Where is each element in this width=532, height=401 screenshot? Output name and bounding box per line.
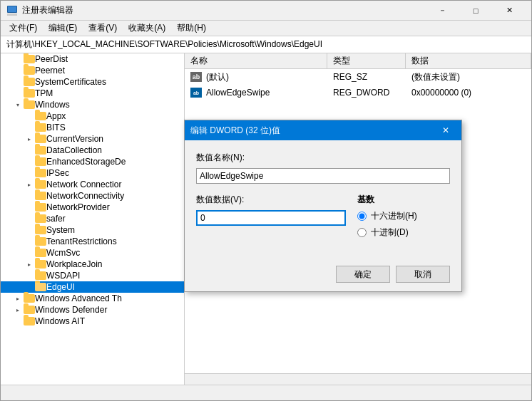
dialog-content: 数值名称(N): 数值数据(V): 基数 十六进制(H) 十进制(D)	[185, 140, 461, 266]
list-row[interactable]: ab (默认) REG_SZ (数值未设置)	[185, 69, 531, 85]
status-bar	[1, 385, 531, 400]
tree-label: Windows Defender	[35, 305, 107, 315]
expand-icon: ▾	[12, 102, 24, 108]
menu-file[interactable]: 文件(F)	[4, 21, 43, 36]
tree-label: EdgeUI	[46, 282, 75, 292]
close-button[interactable]: ✕	[493, 1, 526, 21]
dialog-close-button[interactable]: ✕	[436, 120, 456, 140]
dec-label: 十进制(D)	[371, 226, 409, 239]
title-bar: 注册表编辑器 － □ ✕	[1, 1, 531, 21]
folder-icon	[35, 135, 46, 143]
minimize-button[interactable]: －	[426, 1, 459, 21]
hex-radio[interactable]	[357, 212, 367, 221]
tree-item-systemcerts[interactable]: SystemCertificates	[1, 76, 184, 88]
tree-label: safer	[46, 214, 66, 224]
radix-section: 基数 十六进制(H) 十进制(D)	[357, 194, 450, 243]
tree-item-windows-ait[interactable]: Windows AIT	[1, 316, 184, 327]
folder-icon	[35, 203, 46, 212]
folder-icon	[35, 192, 46, 200]
tree-item-windows-defender[interactable]: ▸ Windows Defender	[1, 304, 184, 316]
expand-icon: ▸	[24, 136, 35, 142]
tree-item-tenant[interactable]: TenantRestrictions	[1, 236, 184, 247]
tree-item-peerdist[interactable]: PeerDist	[1, 53, 184, 65]
tree-label: Windows Advanced Th	[35, 293, 122, 303]
folder-icon	[35, 237, 46, 246]
name-label: 数值名称(N):	[196, 152, 450, 164]
tree-label: System	[46, 225, 75, 235]
folder-icon	[35, 157, 46, 166]
tree-item-datacollection[interactable]: DataCollection	[1, 145, 184, 156]
folder-icon	[35, 123, 46, 132]
cell-name: ab (默认)	[185, 70, 327, 85]
folder-icon	[35, 214, 46, 223]
address-text: 计算机\HKEY_LOCAL_MACHINE\SOFTWARE\Policies…	[6, 38, 322, 51]
tree-label: NetworkProvider	[46, 202, 110, 212]
tree-item-system[interactable]: System	[1, 224, 184, 236]
menu-favorites[interactable]: 收藏夹(A)	[123, 21, 171, 36]
tree-item-network-provider[interactable]: NetworkProvider	[1, 202, 184, 213]
tree-item-enhancedstorage[interactable]: EnhancedStorageDe	[1, 156, 184, 167]
tree-label: TenantRestrictions	[46, 236, 117, 246]
tree-item-appx[interactable]: Appx	[1, 110, 184, 122]
list-row[interactable]: ab AllowEdgeSwipe REG_DWORD 0x00000000 (…	[185, 85, 531, 100]
window-controls: － □ ✕	[426, 1, 526, 21]
tree-item-windows-advanced[interactable]: ▸ Windows Advanced Th	[1, 293, 184, 304]
menu-view[interactable]: 查看(V)	[83, 21, 123, 36]
tree-item-edgeui[interactable]: EdgeUI	[1, 281, 184, 293]
cell-name-text: AllowEdgeSwipe	[206, 88, 270, 98]
folder-icon	[24, 294, 35, 303]
ok-button[interactable]: 确定	[336, 266, 390, 283]
tree-item-wcmsvc[interactable]: WcmSvc	[1, 247, 184, 259]
tree-item-currentversion[interactable]: ▸ CurrentVersion	[1, 133, 184, 145]
folder-icon	[24, 66, 35, 75]
tree-item-workplacejoin[interactable]: ▸ WorkplaceJoin	[1, 259, 184, 270]
app-icon	[6, 5, 18, 16]
window-title: 注册表编辑器	[22, 4, 426, 16]
list-header: 名称 类型 数据	[185, 53, 531, 69]
menu-bar: 文件(F) 编辑(E) 查看(V) 收藏夹(A) 帮助(H)	[1, 21, 531, 36]
maximize-button[interactable]: □	[459, 1, 492, 21]
tree-item-bits[interactable]: BITS	[1, 122, 184, 133]
tree-item-network-connectivity[interactable]: NetworkConnectivity	[1, 190, 184, 202]
tree-item-safer[interactable]: safer	[1, 213, 184, 224]
dialog-row: 数值数据(V): 基数 十六进制(H) 十进制(D)	[196, 194, 450, 243]
horizontal-scrollbar[interactable]	[185, 373, 531, 385]
tree-label: NetworkConnectivity	[46, 191, 124, 201]
menu-edit[interactable]: 编辑(E)	[43, 21, 83, 36]
folder-icon	[35, 180, 46, 189]
tree-label: EnhancedStorageDe	[46, 157, 126, 167]
data-input[interactable]	[196, 210, 346, 226]
tree-label: SystemCertificates	[35, 77, 106, 87]
folder-icon	[24, 317, 35, 326]
tree-item-ipsec[interactable]: IPSec	[1, 167, 184, 179]
tree-label: Peernet	[35, 66, 65, 75]
tree-item-peernet[interactable]: Peernet	[1, 65, 184, 76]
expand-icon: ▸	[24, 182, 35, 188]
folder-icon	[24, 55, 35, 63]
col-header-type: 类型	[327, 53, 406, 68]
name-input[interactable]	[196, 168, 450, 184]
tree-item-network-connection[interactable]: ▸ Network Connectior	[1, 179, 184, 190]
col-header-name: 名称	[185, 53, 327, 68]
expand-icon: ▸	[12, 296, 24, 302]
expand-icon: ▸	[12, 307, 24, 313]
tree-item-windows[interactable]: ▾ Windows	[1, 99, 184, 110]
expand-icon: ▸	[24, 261, 35, 268]
folder-icon	[24, 78, 35, 86]
tree-label: Appx	[46, 111, 66, 121]
dec-radio-row: 十进制(D)	[357, 226, 450, 239]
tree-label: Network Connectior	[46, 179, 121, 189]
cell-data: 0x00000000 (0)	[406, 86, 531, 99]
folder-icon	[35, 260, 46, 269]
folder-icon	[24, 306, 35, 314]
folder-icon	[35, 226, 46, 234]
dec-radio[interactable]	[357, 228, 367, 237]
menu-help[interactable]: 帮助(H)	[171, 21, 212, 36]
tree-label: WorkplaceJoin	[46, 259, 102, 269]
cancel-button[interactable]: 取消	[396, 266, 450, 283]
radix-label: 基数	[357, 194, 450, 206]
tree-label: CurrentVersion	[46, 134, 103, 144]
tree-item-tpm[interactable]: TPM	[1, 88, 184, 99]
tree-item-wsdapi[interactable]: WSDAPI	[1, 270, 184, 281]
value-section: 数值数据(V):	[196, 194, 346, 226]
